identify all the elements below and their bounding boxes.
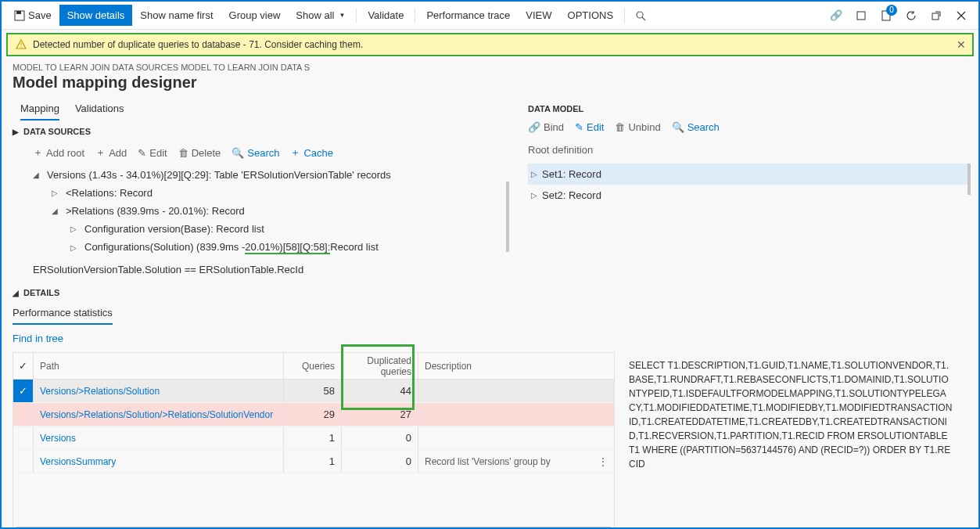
- page-title: Model mapping designer: [2, 72, 978, 98]
- grid-row[interactable]: Versions/>Relations/Solution/>Relations/…: [13, 403, 614, 426]
- show-name-first-button[interactable]: Show name first: [132, 5, 221, 26]
- save-button[interactable]: Save: [6, 5, 59, 26]
- data-model-header: DATA MODEL: [525, 98, 971, 121]
- tab-validations[interactable]: Validations: [75, 98, 124, 121]
- popout-icon: [931, 10, 942, 21]
- caret-right-icon: ▷: [70, 225, 80, 233]
- row-path: Versions: [34, 426, 284, 449]
- popout-button[interactable]: [924, 3, 949, 28]
- view-button[interactable]: VIEW: [518, 5, 559, 26]
- tree-node-relations-out[interactable]: ◢>Relations (839.9ms - 20.01%): Record: [52, 202, 501, 220]
- edit-label: Edit: [587, 121, 604, 133]
- caret-right-icon: ▷: [52, 189, 61, 197]
- grid-header-dup[interactable]: Duplicated queries: [342, 353, 418, 379]
- tab-mapping[interactable]: Mapping: [20, 98, 59, 121]
- warning-bar: Detected number of duplicate queries to …: [6, 33, 974, 56]
- plus-icon: ＋: [33, 146, 43, 160]
- row-desc: Record list 'Versions' group by⋮: [418, 450, 614, 473]
- plus-icon: ＋: [290, 146, 300, 160]
- tree-node-label: Configurations(Solution) (839.9ms - 20.0…: [84, 241, 379, 254]
- grid-header-desc[interactable]: Description: [418, 353, 614, 379]
- details-label: DETAILS: [23, 288, 59, 297]
- warning-close-button[interactable]: ✕: [957, 38, 966, 51]
- office-icon: [856, 10, 867, 21]
- row-desc: [418, 403, 614, 426]
- grid-header-queries[interactable]: Queries: [284, 353, 342, 379]
- more-icon[interactable]: ⋮: [598, 456, 608, 467]
- row-queries: 29: [284, 403, 342, 426]
- data-sources-header[interactable]: ▶DATA SOURCES: [9, 121, 509, 142]
- search-button[interactable]: 🔍Search: [672, 121, 720, 133]
- separator: [624, 8, 625, 23]
- trash-icon: 🗑: [615, 121, 625, 133]
- svg-point-2: [637, 12, 643, 18]
- unbind-label: Unbind: [628, 121, 660, 133]
- options-button[interactable]: OPTIONS: [560, 5, 622, 26]
- group-view-button[interactable]: Group view: [221, 5, 289, 26]
- search-button[interactable]: 🔍Search: [232, 146, 279, 160]
- search-button[interactable]: [628, 3, 653, 28]
- details-section: ◢DETAILS Performance statistics Find in …: [2, 282, 978, 529]
- find-in-tree-link[interactable]: Find in tree: [9, 325, 66, 352]
- dm-node-set2[interactable]: ▷Set2: Record: [528, 185, 967, 206]
- cache-button[interactable]: ＋Cache: [290, 146, 333, 160]
- notifications-button[interactable]: 0: [874, 3, 899, 28]
- row-queries: 58: [284, 380, 342, 402]
- add-root-button[interactable]: ＋Add root: [33, 146, 84, 160]
- edit-button[interactable]: ✎Edit: [138, 146, 167, 160]
- link-icon: 🔗: [528, 121, 540, 133]
- delete-label: Delete: [192, 147, 221, 159]
- add-label: Add: [109, 147, 127, 159]
- warning-icon: [16, 39, 27, 50]
- edit-button[interactable]: ✎Edit: [575, 121, 604, 133]
- dm-node-set1[interactable]: ▷Set1: Record: [528, 164, 967, 185]
- close-button[interactable]: [949, 3, 974, 28]
- show-details-button[interactable]: Show details: [59, 5, 133, 26]
- office-button[interactable]: [849, 3, 874, 28]
- row-check[interactable]: ✓: [13, 380, 34, 402]
- grid-header-path[interactable]: Path: [34, 353, 284, 379]
- options-label: OPTIONS: [568, 9, 614, 21]
- close-icon: [957, 11, 966, 20]
- perf-stats-tab[interactable]: Performance statistics: [13, 304, 113, 325]
- check-icon: ✓: [19, 385, 27, 397]
- row-dup: 44: [342, 380, 418, 402]
- grid-header-row: ✓ Path Queries Duplicated queries Descri…: [13, 353, 614, 380]
- show-name-first-label: Show name first: [140, 9, 213, 21]
- row-check[interactable]: [13, 426, 34, 449]
- tree-node-relations-in[interactable]: ▷<Relations: Record: [52, 184, 501, 202]
- cache-label: Cache: [303, 147, 333, 159]
- plus-icon: ＋: [95, 146, 106, 160]
- details-header[interactable]: ◢DETAILS: [9, 282, 971, 304]
- grid-select-all[interactable]: ✓: [13, 353, 34, 379]
- refresh-button[interactable]: [899, 3, 924, 28]
- performance-grid: ✓ Path Queries Duplicated queries Descri…: [13, 352, 615, 529]
- link-button[interactable]: 🔗: [824, 3, 849, 28]
- tree-node-config-base[interactable]: ▷Configuration version(Base): Record lis…: [70, 220, 501, 238]
- bind-button[interactable]: 🔗Bind: [528, 121, 564, 133]
- caret-right-icon: ▷: [70, 243, 80, 252]
- performance-trace-button[interactable]: Performance trace: [418, 5, 518, 26]
- link-icon: 🔗: [830, 9, 842, 21]
- data-model-toolbar: 🔗Bind ✎Edit 🗑Unbind 🔍Search: [525, 121, 971, 141]
- grid-row[interactable]: VersionsSummary 1 0 Record list 'Version…: [13, 450, 614, 473]
- row-path: Versions/>Relations/Solution: [34, 380, 284, 402]
- delete-button[interactable]: 🗑Delete: [178, 146, 221, 160]
- tree-node-versions[interactable]: ◢Versions (1.43s - 34.01%)[29][Q:29]: Ta…: [33, 166, 501, 184]
- grid-row[interactable]: Versions 1 0: [13, 426, 614, 450]
- add-button[interactable]: ＋Add: [95, 146, 127, 160]
- scrollbar[interactable]: [967, 164, 971, 195]
- row-check[interactable]: [13, 403, 34, 426]
- search-icon: [635, 10, 646, 21]
- validate-button[interactable]: Validate: [360, 5, 411, 26]
- show-all-button[interactable]: Show all▼: [288, 5, 353, 26]
- scrollbar[interactable]: [506, 182, 509, 252]
- grid-row[interactable]: ✓ Versions/>Relations/Solution 58 44: [13, 380, 614, 403]
- main-toolbar: Save Show details Show name first Group …: [2, 2, 978, 30]
- row-check[interactable]: [13, 450, 34, 473]
- edit-label: Edit: [149, 147, 167, 159]
- unbind-button[interactable]: 🗑Unbind: [615, 121, 660, 133]
- row-queries: 1: [284, 426, 342, 449]
- row-dup: 27: [342, 403, 418, 426]
- tree-node-config-solution[interactable]: ▷Configurations(Solution) (839.9ms - 20.…: [70, 238, 501, 257]
